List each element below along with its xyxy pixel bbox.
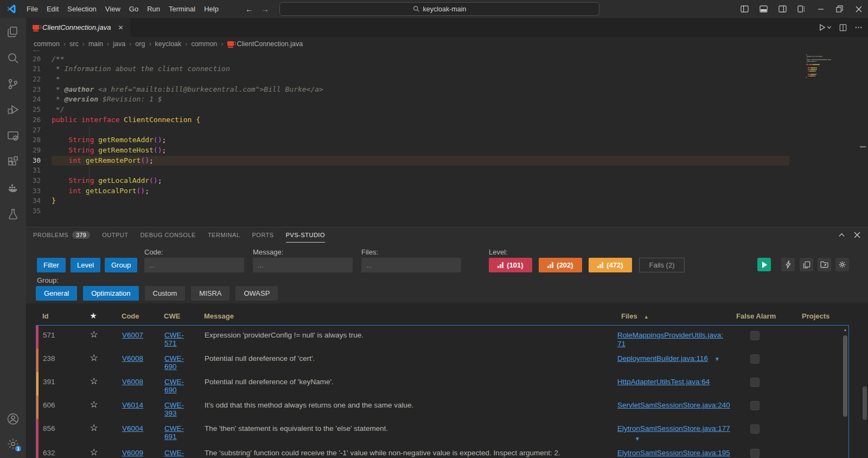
code-link[interactable]: V6008 [122, 378, 143, 386]
menu-run[interactable]: Run [143, 0, 164, 18]
column-header-id[interactable]: Id [38, 312, 76, 320]
menu-help[interactable]: Help [200, 0, 223, 18]
panel-tab-output[interactable]: OUTPUT [102, 227, 128, 243]
restore-button[interactable] [830, 0, 849, 18]
panel-tab-problems[interactable]: PROBLEMS379 [33, 227, 90, 243]
cwe-link[interactable]: CWE-571 [164, 331, 184, 347]
file-link[interactable]: HttpAdapterUtilsTest.java:64 [617, 378, 710, 386]
file-link[interactable]: ElytronSamlSessionStore.java:195 [617, 449, 730, 457]
close-tab-icon[interactable]: ✕ [116, 23, 125, 32]
table-scrollbar-thumb[interactable] [843, 335, 847, 417]
breadcrumb-item-file[interactable]: ClientConnection.java [227, 40, 303, 48]
favorite-star-icon[interactable]: ☆ [90, 353, 98, 363]
pvs-group-button[interactable]: Group [105, 258, 137, 272]
scroll-up-icon[interactable]: ▲ [843, 327, 848, 333]
breadcrumb-item[interactable]: src [69, 40, 79, 48]
panel-tab-terminal[interactable]: TERMINAL [208, 227, 240, 243]
more-actions-icon[interactable] [854, 23, 863, 31]
cwe-link[interactable]: CWE-690 [164, 378, 184, 394]
panel-tab-pvs-studio[interactable]: PVS-STUDIO [286, 227, 325, 243]
level-2-count-badge[interactable]: (202) [539, 258, 582, 272]
settings-gear-icon[interactable]: 1 [7, 437, 20, 450]
table-scrollbar[interactable]: ▲ [843, 327, 848, 458]
favorite-star-icon[interactable]: ☆ [90, 376, 98, 386]
quick-fix-icon[interactable] [781, 258, 795, 271]
docker-icon[interactable] [7, 182, 20, 195]
file-link[interactable]: RoleMappingsProviderUtils.java:71 [617, 331, 723, 348]
menu-terminal[interactable]: Terminal [164, 0, 200, 18]
menu-file[interactable]: File [22, 0, 42, 18]
minimize-button[interactable] [811, 0, 830, 18]
code-link[interactable]: V6007 [122, 331, 143, 339]
file-link[interactable]: ElytronSamlSessionStore.java:177 [617, 424, 730, 432]
command-center-search[interactable]: keycloak-main [279, 2, 599, 16]
favorite-star-icon[interactable]: ☆ [90, 423, 98, 433]
group-custom-button[interactable]: Custom [145, 286, 186, 301]
menu-edit[interactable]: Edit [42, 0, 63, 18]
false-alarm-checkbox[interactable] [750, 378, 760, 387]
false-alarm-checkbox[interactable] [750, 354, 760, 364]
cwe-link[interactable]: CWE-628 [164, 449, 184, 458]
close-window-button[interactable] [849, 0, 868, 18]
back-button[interactable]: ← [245, 4, 253, 14]
pvs-filter-button[interactable]: Filter [37, 258, 66, 272]
search-icon[interactable] [7, 52, 20, 65]
false-alarm-checkbox[interactable] [750, 331, 760, 340]
code-link[interactable]: V6004 [122, 424, 143, 432]
false-alarm-checkbox[interactable] [750, 449, 760, 458]
level-3-count-badge[interactable]: (472) [589, 258, 632, 272]
code-link[interactable]: V6008 [122, 354, 143, 362]
level-1-count-badge[interactable]: (101) [489, 258, 532, 272]
code-editor[interactable]: 1920/**21 * Information about the client… [26, 50, 868, 227]
column-header-cwe[interactable]: CWE [153, 312, 192, 320]
copy-report-icon[interactable] [800, 258, 813, 271]
table-row[interactable]: 632☆V6009CWE-628The 'substring' function… [36, 443, 848, 458]
pvs-level-button[interactable]: Level [71, 258, 100, 272]
code-link[interactable]: V6014 [122, 401, 143, 409]
favorite-star-icon[interactable]: ☆ [90, 329, 98, 340]
false-alarm-checkbox[interactable] [750, 401, 760, 410]
table-row[interactable]: 856☆V6004CWE-691The 'then' statement is … [36, 419, 848, 443]
group-owasp-button[interactable]: OWASP [235, 286, 278, 301]
tab-clientconnection-java[interactable]: ClientConnection.java ✕ [26, 18, 131, 37]
toggle-secondary-sidebar-icon[interactable] [773, 0, 792, 18]
pvs-code-filter-input[interactable] [144, 258, 244, 272]
open-report-icon[interactable] [818, 258, 831, 271]
table-row[interactable]: 606☆V6014CWE-393It's odd that this metho… [36, 396, 848, 419]
expand-arrow-icon[interactable]: ▼ [714, 356, 720, 362]
fails-button[interactable]: Fails (2) [639, 258, 685, 272]
pvs-files-filter-input[interactable] [361, 258, 461, 272]
file-link[interactable]: ServletSamlSessionStore.java:240 [617, 401, 730, 409]
close-panel-icon[interactable] [854, 232, 860, 238]
pvs-message-filter-input[interactable] [253, 258, 353, 272]
breadcrumb-item[interactable]: org [135, 40, 145, 48]
menu-view[interactable]: View [101, 0, 125, 18]
run-analysis-button[interactable] [757, 258, 771, 271]
menu-go[interactable]: Go [125, 0, 143, 18]
run-file-button[interactable] [819, 24, 832, 31]
table-row[interactable]: 391☆V6008CWE-690Potential null dereferen… [36, 372, 848, 396]
column-header-files[interactable]: Files▲ [614, 312, 732, 320]
customize-layout-icon[interactable] [792, 0, 811, 18]
menu-selection[interactable]: Selection [63, 0, 100, 18]
panel-tab-ports[interactable]: PORTS [252, 227, 274, 243]
breadcrumb-item[interactable]: common [191, 40, 217, 48]
table-row[interactable]: 238☆V6008CWE-690Potential null dereferen… [36, 349, 848, 372]
cwe-link[interactable]: CWE-691 [164, 424, 184, 441]
file-link[interactable]: DeploymentBuilder.java:116 [617, 354, 708, 362]
cwe-link[interactable]: CWE-690 [164, 354, 184, 371]
breadcrumb-item[interactable]: main [88, 40, 103, 48]
source-control-icon[interactable] [7, 78, 20, 91]
column-header-projects[interactable]: Projects [778, 312, 849, 320]
column-header-code[interactable]: Code [111, 312, 153, 320]
panel-scrollbar-thumb[interactable] [863, 386, 867, 420]
forward-button[interactable]: → [261, 4, 269, 14]
expand-arrow-icon[interactable]: ▼ [635, 435, 731, 443]
run-debug-icon[interactable] [7, 104, 20, 117]
toggle-primary-sidebar-icon[interactable] [735, 0, 754, 18]
toggle-panel-icon[interactable] [754, 0, 773, 18]
breadcrumb-item[interactable]: common [34, 40, 60, 48]
favorite-star-icon[interactable]: ☆ [90, 399, 98, 410]
false-alarm-checkbox[interactable] [750, 424, 760, 434]
breadcrumb-item[interactable]: keycloak [155, 40, 182, 48]
